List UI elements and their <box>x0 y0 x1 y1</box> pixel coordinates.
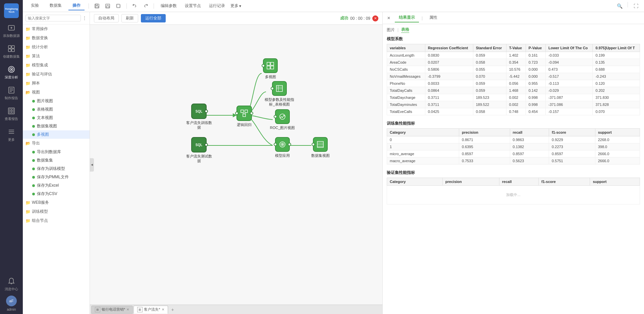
churn-tab-close[interactable]: ✕ <box>162 308 164 311</box>
set-node-btn[interactable]: 设置节点 <box>182 2 204 9</box>
ops-category-algorithm[interactable]: 📁 算法 <box>23 52 90 61</box>
ops-item-save-csv[interactable]: 保存为CSV <box>23 190 90 198</box>
search-btn[interactable]: 🔍 <box>615 2 624 10</box>
table-row: AreaCode0.02070.0580.3540.723-0.0940.135 <box>387 59 640 66</box>
sidebar-item-notifications[interactable]: 消息中心 <box>1 274 21 294</box>
sidebar-item-add-data[interactable]: 添加数据源 <box>1 20 21 41</box>
results-panel: ✕ 结果显示 | 属性 图片 | 表格 模型系数 variables <box>382 12 644 314</box>
flow-connections <box>90 25 382 305</box>
flow-canvas[interactable]: ◀ <box>90 25 382 305</box>
redo-btn[interactable] <box>142 2 150 10</box>
nav-divider-2 <box>126 3 127 9</box>
view-report-icon <box>7 106 16 116</box>
bottom-tab-churn[interactable]: ⊞ 客户流失* ✕ <box>133 306 168 314</box>
common-ops-label: 常用操作 <box>32 26 48 32</box>
tab-data-processing[interactable]: 数据集 <box>46 1 66 10</box>
ops-item-save-pmml[interactable]: 保存为PMML文件 <box>23 173 90 181</box>
image-view-label: 图片视图 <box>37 98 53 104</box>
save-train-model-label: 保存为训练模型 <box>37 166 65 172</box>
svg-rect-31 <box>241 110 244 113</box>
tab-experiment[interactable]: 实验 <box>27 1 43 10</box>
ops-category-statistics[interactable]: 📁 统计分析 <box>23 43 90 52</box>
bottom-tab-bank[interactable]: ⊞ 银行电话营销* ✕ <box>91 306 133 314</box>
bank-tab-close[interactable]: ✕ <box>126 308 129 311</box>
node-model-apply[interactable]: 模型应用 <box>269 137 296 158</box>
sidebar-item-deep-analysis[interactable]: 深度分析 <box>1 62 21 82</box>
svg-rect-25 <box>96 6 98 8</box>
web-service-label: WEB服务 <box>32 200 49 205</box>
ops-category-views[interactable]: 📂 视图 <box>23 88 90 97</box>
run-all-btn[interactable]: 运行全部 <box>141 14 166 22</box>
fullscreen-btn[interactable]: ⛶ <box>632 2 640 10</box>
ops-item-dataset-view[interactable]: 数据集视图 <box>23 122 90 130</box>
view-tab-image[interactable]: 图片 <box>387 27 395 33</box>
node-logistic-reg[interactable]: 逻辑回归 <box>231 106 258 127</box>
save-all-icon-btn[interactable] <box>114 2 122 10</box>
ops-category-web-service[interactable]: 📁 WEB服务 <box>23 198 90 207</box>
ops-category-train-model[interactable]: 📁 训练模型 <box>23 207 90 216</box>
sidebar-item-create-dataset[interactable]: 创建数据集 <box>1 41 21 61</box>
results-tab-display[interactable]: 结果显示 <box>395 13 419 22</box>
canvas-status: 成功 00 : 00 : 09 ✕ <box>340 15 378 21</box>
item-dot-exportdb <box>32 151 35 153</box>
folder-icon-6: 📁 <box>25 72 31 77</box>
node-train-data[interactable]: SQL 客户流失训练数据 <box>185 104 212 130</box>
ops-category-combo-node[interactable]: 📁 组合节点 <box>23 216 90 225</box>
col-std-error: Standard Error <box>473 44 506 52</box>
export-db-label: 导出到数据库 <box>37 149 61 155</box>
ops-category-validate[interactable]: 📁 验证与评估 <box>23 70 90 79</box>
sidebar-item-view-report[interactable]: 查看报告 <box>1 104 21 124</box>
ops-search-more-icon[interactable]: ⋮ <box>82 15 87 21</box>
ops-item-save-train-model[interactable]: 保存为训练模型 <box>23 165 90 173</box>
ops-item-table-view[interactable]: 表格视图 <box>23 105 90 114</box>
results-close-btn[interactable]: ✕ <box>385 15 392 21</box>
more-icon <box>7 127 16 136</box>
node-test-data[interactable]: SQL 客户流失测试数据 <box>185 137 212 164</box>
notifications-icon <box>7 276 16 286</box>
view-tab-table[interactable]: 表格 <box>401 27 409 33</box>
tab-operations[interactable]: 操作 <box>68 1 85 10</box>
ops-category-transform[interactable]: 📁 数据变换 <box>23 34 90 43</box>
validate-metrics-title: 验证集性能指标 <box>387 170 640 176</box>
ops-item-text-view[interactable]: 文本视图 <box>23 114 90 122</box>
node-model-apply-label: 模型应用 <box>269 153 296 158</box>
logo-area[interactable]: YonghongTech <box>3 3 19 19</box>
ops-category-export[interactable]: 📂 导出 <box>23 139 90 148</box>
ops-search-input[interactable] <box>25 15 81 21</box>
save-as-icon-btn[interactable] <box>104 2 112 10</box>
nav-divider-4 <box>628 2 628 7</box>
ops-item-image-view[interactable]: 图片视图 <box>23 97 90 105</box>
multi-view-label: 多视图 <box>37 132 49 137</box>
undo-btn[interactable] <box>131 2 139 10</box>
node-dataset-view[interactable]: 数据集视图 <box>307 137 334 158</box>
sidebar-bottom: 消息中心 aF admin <box>1 273 21 314</box>
refresh-btn[interactable]: 刷新 <box>121 14 138 22</box>
table-row: 加载中... <box>387 186 640 204</box>
sidebar-item-more[interactable]: 更多 <box>1 124 21 144</box>
svg-rect-39 <box>271 66 274 69</box>
ops-item-save-dataset[interactable]: 数据集集 <box>23 156 90 165</box>
avatar[interactable]: aF <box>6 296 17 306</box>
add-tab-btn[interactable]: + <box>170 307 175 312</box>
auto-layout-btn[interactable]: 自动布局 <box>94 14 119 22</box>
node-model-perf-view[interactable]: 模型参数及性能指标_表格视图 <box>264 81 294 107</box>
ops-category-common[interactable]: 📁 常用操作 <box>23 24 90 34</box>
ops-item-export-db[interactable]: 导出到数据库 <box>23 148 90 156</box>
status-close-btn[interactable]: ✕ <box>372 15 378 21</box>
node-roc-view[interactable]: ROC_图片视图 <box>269 109 296 130</box>
tm-col-support: support <box>595 129 640 136</box>
node-multi-view[interactable]: 多视图 <box>257 58 284 79</box>
results-tab-attrs[interactable]: 属性 <box>425 13 441 22</box>
ops-category-script[interactable]: 📁 脚本 <box>23 79 90 88</box>
more-dropdown-btn[interactable]: 更多 ▾ <box>230 3 241 9</box>
ops-item-multi-view[interactable]: 多视图 <box>23 130 90 139</box>
ops-category-model-ensemble[interactable]: 📁 模型集成 <box>23 61 90 70</box>
edit-params-btn[interactable]: 编辑参数 <box>158 2 179 9</box>
vm-col-category: Category <box>387 178 443 186</box>
run-log-btn[interactable]: 运行记录 <box>206 2 228 9</box>
sidebar-item-make-report[interactable]: 制作报告 <box>1 83 21 103</box>
panel-collapse-btn[interactable]: ◀ <box>90 158 94 172</box>
save-icon-btn[interactable] <box>93 2 101 10</box>
ops-item-save-excel[interactable]: 保存为Excel <box>23 181 90 190</box>
algorithm-label: 算法 <box>32 53 40 59</box>
